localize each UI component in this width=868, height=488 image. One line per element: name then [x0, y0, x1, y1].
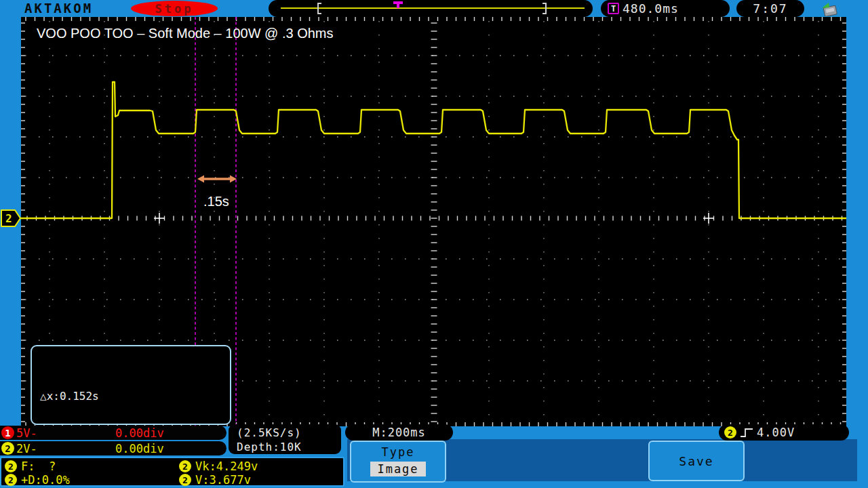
- channel1-scale: 5V-: [16, 426, 37, 440]
- rising-edge-icon: [739, 427, 754, 439]
- trigger-level-value: 4.00V: [757, 426, 795, 439]
- timebase-readout: M:200ms: [345, 424, 453, 441]
- channel2-scale: 2V-: [16, 442, 37, 455]
- channel1-offset: 0.00div: [115, 426, 164, 440]
- measurement-channel-badge: 2: [179, 460, 191, 472]
- window-left-bracket: [317, 3, 321, 14]
- acquisition-readout: (2.5KS/s) Depth:10K: [229, 424, 341, 454]
- channel1-readout: 1 5V- 0.00div: [0, 426, 226, 440]
- channel2-readout: 2 2V- 0.00div: [0, 441, 226, 455]
- cursor-gap-label: .15s: [203, 194, 229, 209]
- type-button-label: Type: [351, 445, 445, 459]
- svg-text:2: 2: [5, 212, 12, 225]
- type-selected-value[interactable]: Image: [370, 462, 425, 476]
- measurement-panel: 2 F: ? 2 Vk:4.249v 2 +D:0.0% 2 V:3.677v: [0, 457, 344, 487]
- window-right-bracket: [542, 3, 547, 14]
- trigger-icon: T: [608, 3, 619, 14]
- memory-depth: Depth:10K: [237, 440, 341, 454]
- channel2-offset: 0.00div: [115, 442, 164, 455]
- clock: 7:07: [736, 0, 804, 17]
- measurement-channel-badge: 2: [5, 460, 17, 472]
- trigger-time-value: 480.0ms: [623, 1, 679, 16]
- trigger-level-readout: 2 4.00V: [719, 424, 849, 441]
- channel1-badge: 1: [1, 426, 14, 439]
- run-state-label: Stop: [155, 2, 194, 16]
- type-button[interactable]: Type Image: [350, 441, 446, 483]
- measurement-value: F: ?: [21, 460, 56, 473]
- measurement-vk: 2 Vk:4.249v: [179, 460, 258, 473]
- trigger-time-readout: T 480.0ms: [601, 0, 730, 17]
- measurement-value: V:3.677v: [195, 473, 251, 487]
- measurement-value: +D:0.0%: [21, 473, 70, 487]
- horizontal-position-bar[interactable]: [269, 0, 593, 17]
- trigger-source-badge: 2: [724, 426, 736, 439]
- measurement-frequency: 2 F: ?: [5, 460, 56, 473]
- run-state-badge: Stop: [131, 1, 218, 16]
- measurement-value: Vk:4.249v: [195, 460, 258, 473]
- sample-rate: (2.5KS/s): [237, 426, 341, 440]
- record-length-line: [281, 7, 585, 9]
- storage-device-icon: [818, 1, 841, 16]
- cursor-measurement-box: △x:0.152s 1/△x:6.579HZ x1:0.404s x2:0.25…: [31, 345, 231, 425]
- save-button[interactable]: Save: [648, 441, 745, 481]
- measurement-channel-badge: 2: [5, 474, 17, 486]
- measurement-v: 2 V:3.677v: [179, 473, 251, 487]
- measurement-channel-badge: 2: [179, 474, 191, 486]
- channel2-badge: 2: [1, 442, 14, 455]
- cursor-delta-x: △x:0.152s: [40, 388, 230, 406]
- measurement-duty: 2 +D:0.0%: [5, 473, 70, 487]
- trigger-position-marker-icon[interactable]: [393, 1, 403, 4]
- screen-annotation-title: VOO POO TOO – Soft Mode – 100W @ .3 Ohms: [37, 26, 334, 41]
- brand-logo: AKTAKOM: [24, 1, 93, 16]
